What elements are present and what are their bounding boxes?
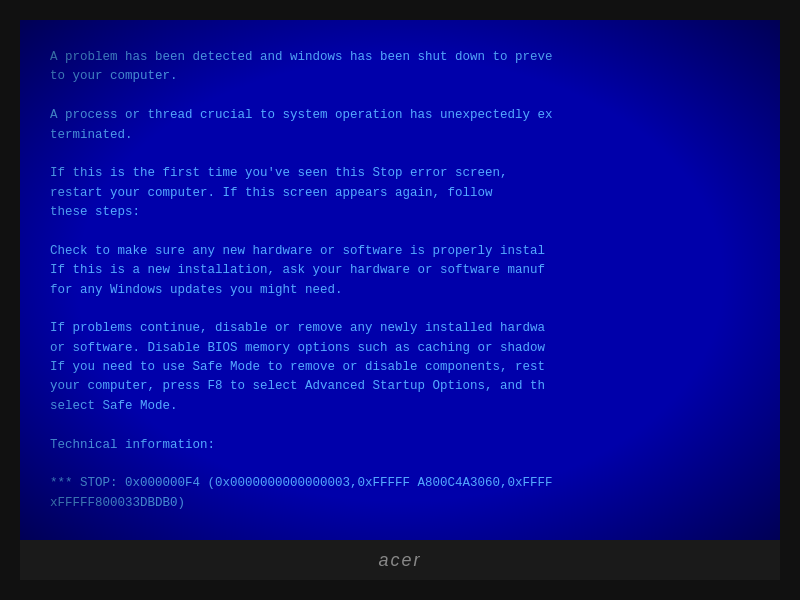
bsod-text: A problem has been detected and windows … — [50, 48, 750, 540]
brand-bar: acer — [20, 540, 780, 580]
screen-content: A problem has been detected and windows … — [50, 48, 750, 520]
brand-label: acer — [378, 550, 421, 571]
monitor: A problem has been detected and windows … — [0, 0, 800, 600]
bsod-screen: A problem has been detected and windows … — [20, 20, 780, 540]
